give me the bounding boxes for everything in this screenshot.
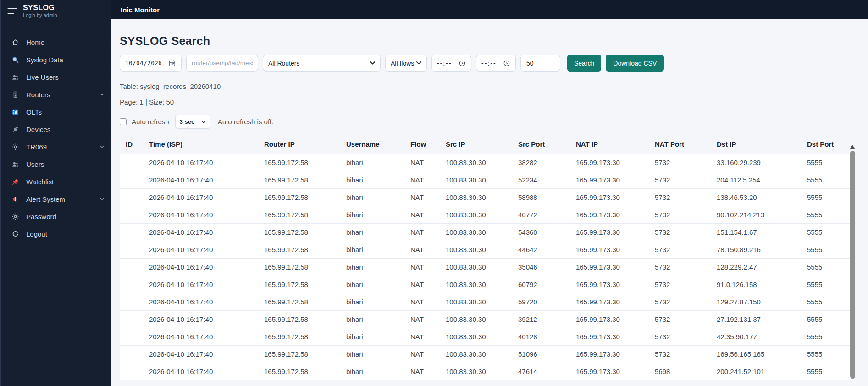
table-cell: bihari — [343, 311, 407, 328]
table-cell: 129.27.87.150 — [713, 293, 803, 311]
table-cell: 165.99.173.30 — [572, 328, 651, 346]
page-title: SYSLOG Search — [120, 34, 868, 48]
table-cell: 27.192.131.37 — [713, 311, 803, 328]
table-cell: 40772 — [514, 206, 572, 224]
table-cell: 100.83.30.30 — [442, 328, 514, 346]
caret-down-icon — [100, 198, 104, 200]
sidebar-item-routers[interactable]: Routers — [1, 86, 111, 103]
table-cell: 5732 — [651, 328, 713, 346]
table-cell: 100.83.30.30 — [442, 259, 514, 276]
flow-select[interactable]: All flows — [385, 55, 427, 72]
clock-icon[interactable] — [459, 60, 466, 67]
table-cell: 2026-04-10 16:17:40 — [145, 154, 260, 171]
calendar-icon[interactable] — [168, 59, 176, 67]
gear-icon — [11, 212, 19, 221]
sidebar-item-devices[interactable]: Devices — [1, 121, 111, 138]
table-scrollbar — [848, 145, 857, 384]
table-cell: 165.99.172.58 — [260, 224, 343, 241]
time-from-input[interactable]: --:-- — [431, 55, 471, 72]
table-cell: bihari — [343, 259, 407, 276]
signal-icon — [11, 108, 19, 116]
menu-icon[interactable] — [7, 7, 17, 15]
table-cell: 165.99.172.58 — [260, 189, 343, 206]
table-cell: 100.83.30.30 — [442, 189, 514, 206]
table-cell: NAT — [407, 224, 442, 241]
search-input[interactable] — [186, 55, 258, 72]
sidebar-item-alert-system[interactable]: Alert System — [1, 190, 111, 208]
table-cell: 38282 — [514, 154, 572, 171]
scroll-up-icon[interactable] — [850, 145, 855, 149]
table-row: 2026-04-10 16:17:40165.99.172.58bihariNA… — [120, 276, 852, 293]
plug-icon — [11, 125, 19, 133]
column-header: NAT IP — [572, 137, 651, 154]
table-cell: 5555 — [803, 276, 852, 293]
table-cell: 100.83.30.30 — [442, 311, 514, 328]
table-cell: 2026-04-10 16:17:40 — [145, 171, 260, 189]
table-cell — [120, 259, 145, 276]
sidebar-item-password[interactable]: Password — [1, 208, 111, 225]
sidebar-item-syslog-data[interactable]: Syslog Data — [1, 51, 111, 68]
limit-input[interactable] — [520, 55, 560, 72]
table-cell: 165.99.173.30 — [572, 259, 651, 276]
table-cell: 5555 — [803, 293, 852, 311]
table-cell: NAT — [407, 154, 442, 171]
column-header: Dst IP — [713, 137, 803, 154]
sidebar-item-olts[interactable]: OLTs — [1, 103, 111, 121]
table-cell — [120, 293, 145, 311]
table-cell: bihari — [343, 154, 407, 171]
sidebar-item-tr069[interactable]: TR069 — [1, 138, 111, 155]
time-to-input[interactable]: --:-- — [476, 55, 516, 72]
table-row: 2026-04-10 16:17:40165.99.172.58bihariNA… — [120, 189, 852, 206]
table-cell: 165.99.172.58 — [260, 276, 343, 293]
search-button[interactable]: Search — [567, 55, 601, 72]
column-header: Dst Port — [803, 137, 852, 154]
table-row: 2026-04-10 16:17:40165.99.172.58bihariNA… — [120, 346, 852, 363]
table-row: 2026-04-10 16:17:40165.99.172.58bihariNA… — [120, 328, 852, 346]
table-cell: 5732 — [651, 293, 713, 311]
table-cell: 90.102.214.213 — [713, 206, 803, 224]
sidebar-item-label: Devices — [26, 126, 50, 133]
table-cell — [120, 189, 145, 206]
clock-icon[interactable] — [503, 60, 510, 67]
sidebar-item-logout[interactable]: Logout — [1, 225, 111, 243]
router-select[interactable]: All Routers — [263, 55, 381, 72]
time-from-value: --:-- — [437, 60, 452, 67]
table-cell: NAT — [407, 259, 442, 276]
scrollbar-thumb[interactable] — [850, 151, 855, 379]
refresh-interval-select[interactable]: 3 sec — [175, 115, 210, 129]
table-cell: 59720 — [514, 293, 572, 311]
download-csv-button[interactable]: Download CSV — [606, 55, 664, 72]
table-header-row: IDTime (ISP)Router IPUsernameFlowSrc IPS… — [120, 137, 852, 154]
table-row: 2026-04-10 16:17:40165.99.172.58bihariNA… — [120, 224, 852, 241]
table-cell: 165.99.173.30 — [572, 276, 651, 293]
column-header: Router IP — [260, 137, 343, 154]
sidebar-item-live-users[interactable]: Live Users — [1, 68, 111, 86]
table-cell: NAT — [407, 241, 442, 259]
sidebar-item-users[interactable]: Users — [1, 155, 111, 173]
date-input[interactable]: 10/04/2026 — [120, 55, 182, 72]
table-cell: 5555 — [803, 206, 852, 224]
table-row: 2026-04-10 16:17:40165.99.172.58bihariNA… — [120, 363, 852, 380]
sidebar-item-watchlist[interactable]: Watchlist — [1, 173, 111, 190]
table-cell: NAT — [407, 311, 442, 328]
refresh-interval-value: 3 sec — [180, 118, 195, 125]
table-cell: 165.99.173.30 — [572, 189, 651, 206]
sidebar-item-home[interactable]: Home — [1, 33, 111, 51]
table-cell — [120, 311, 145, 328]
table-cell: 204.112.5.254 — [713, 171, 803, 189]
table-cell: 5732 — [651, 224, 713, 241]
table-cell: bihari — [343, 328, 407, 346]
table-cell: 100.83.30.30 — [442, 346, 514, 363]
table-cell: bihari — [343, 189, 407, 206]
table-cell: 165.99.173.30 — [572, 363, 651, 380]
table-cell: 138.46.53.20 — [713, 189, 803, 206]
sidebar-item-label: Syslog Data — [26, 56, 63, 64]
table-cell: NAT — [407, 328, 442, 346]
table-cell: 165.99.173.30 — [572, 293, 651, 311]
table-cell: bihari — [343, 206, 407, 224]
sidebar-item-label: Logout — [26, 230, 47, 238]
table-cell: 165.99.173.30 — [572, 171, 651, 189]
auto-refresh-checkbox[interactable] — [120, 118, 127, 125]
table-cell: 2026-04-10 16:17:40 — [145, 276, 260, 293]
table-cell: 5732 — [651, 189, 713, 206]
